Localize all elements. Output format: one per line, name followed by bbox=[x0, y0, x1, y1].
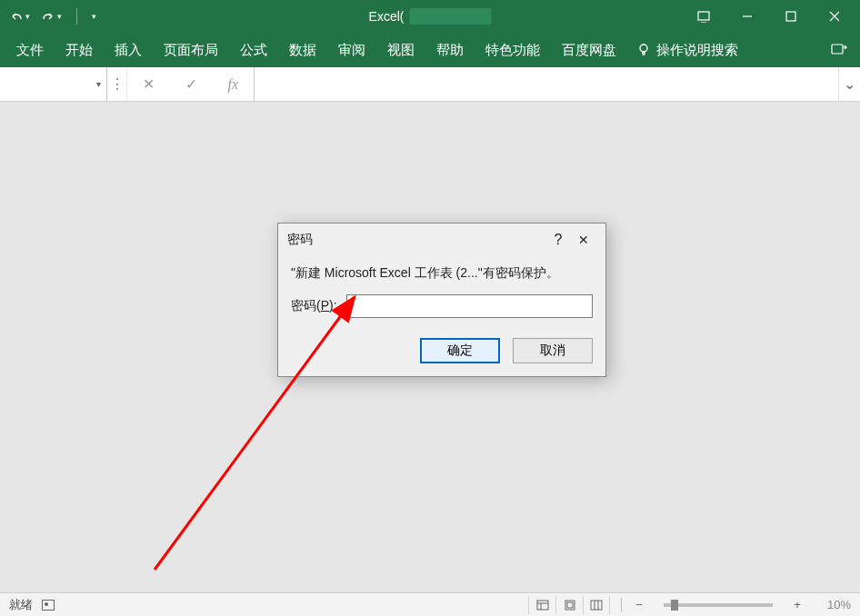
tell-me-label: 操作说明搜索 bbox=[656, 42, 738, 59]
tab-file[interactable]: 文件 bbox=[7, 36, 53, 65]
zoom-percent[interactable]: 10% bbox=[815, 598, 851, 611]
svg-rect-1 bbox=[786, 12, 795, 21]
ribbon-tabs: 文件 开始 插入 页面布局 公式 数据 审阅 视图 帮助 特色功能 百度网盘 操… bbox=[0, 33, 860, 67]
close-icon bbox=[829, 11, 840, 22]
dialog-help-button[interactable]: ? bbox=[545, 232, 571, 248]
quick-access-toolbar: ▾ ▾ ▾ bbox=[0, 8, 96, 25]
formula-input[interactable] bbox=[255, 67, 838, 101]
formula-bar: ▾ ⋮ ✕ ✓ fx ⌄ bbox=[0, 67, 860, 102]
undo-dropdown-icon[interactable]: ▾ bbox=[25, 12, 30, 21]
tell-me-search[interactable]: 操作说明搜索 bbox=[636, 42, 738, 59]
close-window-button[interactable] bbox=[815, 3, 855, 30]
qat-customize-icon[interactable]: ▾ bbox=[92, 12, 96, 21]
zoom-out-button[interactable]: − bbox=[633, 598, 645, 611]
normal-view-icon bbox=[536, 600, 549, 611]
name-box-dropdown-icon[interactable]: ▾ bbox=[96, 79, 101, 89]
tab-help[interactable]: 帮助 bbox=[427, 36, 473, 65]
dialog-title: 密码 bbox=[287, 232, 545, 248]
expand-formula-bar-icon[interactable]: ⌄ bbox=[838, 67, 860, 101]
minimize-icon bbox=[742, 11, 753, 22]
svg-rect-7 bbox=[567, 602, 573, 608]
name-box[interactable]: ▾ bbox=[0, 67, 107, 101]
minimize-button[interactable] bbox=[727, 3, 767, 30]
title-bar: ▾ ▾ ▾ Excel( bbox=[0, 0, 860, 33]
status-bar: 就绪 − + 10% bbox=[0, 592, 860, 616]
zoom-slider[interactable] bbox=[664, 603, 773, 607]
app-title-prefix: Excel( bbox=[369, 9, 405, 24]
redo-button[interactable]: ▾ bbox=[41, 9, 62, 24]
share-icon bbox=[831, 42, 847, 56]
tab-home[interactable]: 开始 bbox=[56, 36, 102, 65]
workspace: 密码 ? ✕ "新建 Microsoft Excel 工作表 (2..."有密码… bbox=[0, 102, 860, 592]
title-blurred-text bbox=[409, 8, 491, 25]
tab-data[interactable]: 数据 bbox=[280, 36, 325, 65]
tab-review[interactable]: 审阅 bbox=[329, 36, 375, 65]
redo-icon bbox=[41, 9, 55, 24]
view-buttons bbox=[528, 596, 610, 614]
svg-rect-5 bbox=[537, 601, 548, 610]
tab-formulas[interactable]: 公式 bbox=[231, 36, 276, 65]
lightbulb-icon bbox=[636, 43, 651, 57]
zoom-thumb[interactable] bbox=[671, 600, 678, 611]
maximize-icon bbox=[785, 11, 796, 22]
password-dialog: 密码 ? ✕ "新建 Microsoft Excel 工作表 (2..."有密码… bbox=[277, 223, 606, 377]
share-button[interactable] bbox=[831, 42, 853, 59]
password-label: 密码(P): bbox=[291, 298, 337, 314]
ok-button[interactable]: 确定 bbox=[420, 338, 500, 363]
dialog-message: "新建 Microsoft Excel 工作表 (2..."有密码保护。 bbox=[291, 265, 593, 282]
status-ready: 就绪 bbox=[9, 597, 33, 613]
cancel-formula-icon[interactable]: ✕ bbox=[143, 75, 155, 93]
svg-rect-8 bbox=[591, 601, 602, 610]
undo-button[interactable]: ▾ bbox=[9, 9, 30, 24]
macro-record-icon[interactable] bbox=[42, 600, 55, 611]
undo-icon bbox=[9, 9, 24, 24]
svg-rect-3 bbox=[832, 45, 843, 54]
password-input[interactable] bbox=[346, 294, 593, 318]
ribbon-display-options-button[interactable] bbox=[684, 3, 724, 30]
window-title: Excel( bbox=[369, 0, 492, 33]
tab-baidu[interactable]: 百度网盘 bbox=[553, 36, 625, 65]
insert-function-button[interactable]: fx bbox=[228, 76, 239, 93]
enter-formula-icon[interactable]: ✓ bbox=[185, 75, 197, 93]
tab-layout[interactable]: 页面布局 bbox=[155, 36, 227, 65]
page-layout-view-button[interactable] bbox=[555, 596, 583, 614]
tab-view[interactable]: 视图 bbox=[378, 36, 424, 65]
maximize-button[interactable] bbox=[771, 3, 811, 30]
dialog-close-button[interactable]: ✕ bbox=[571, 233, 596, 247]
qat-separator bbox=[76, 8, 77, 25]
cancel-button[interactable]: 取消 bbox=[513, 338, 593, 363]
tab-special[interactable]: 特色功能 bbox=[476, 36, 549, 65]
page-layout-icon bbox=[564, 600, 576, 611]
tab-insert[interactable]: 插入 bbox=[105, 36, 151, 65]
redo-dropdown-icon[interactable]: ▾ bbox=[57, 12, 62, 21]
dialog-titlebar: 密码 ? ✕ bbox=[278, 224, 605, 256]
formula-controls: ✕ ✓ fx bbox=[127, 67, 255, 101]
password-field-row: 密码(P): bbox=[291, 294, 593, 318]
normal-view-button[interactable] bbox=[528, 596, 555, 614]
ribbon-options-icon bbox=[697, 10, 710, 23]
formula-bar-grip[interactable]: ⋮ bbox=[107, 67, 127, 101]
zoom-in-button[interactable]: + bbox=[791, 598, 804, 611]
svg-rect-0 bbox=[698, 12, 709, 20]
svg-point-2 bbox=[640, 45, 647, 52]
dialog-buttons: 确定 取消 bbox=[278, 338, 605, 376]
page-break-view-button[interactable] bbox=[583, 596, 610, 614]
window-controls bbox=[684, 3, 860, 30]
dialog-body: "新建 Microsoft Excel 工作表 (2..."有密码保护。 密码(… bbox=[278, 256, 605, 338]
status-separator bbox=[621, 598, 622, 612]
page-break-icon bbox=[590, 600, 603, 611]
